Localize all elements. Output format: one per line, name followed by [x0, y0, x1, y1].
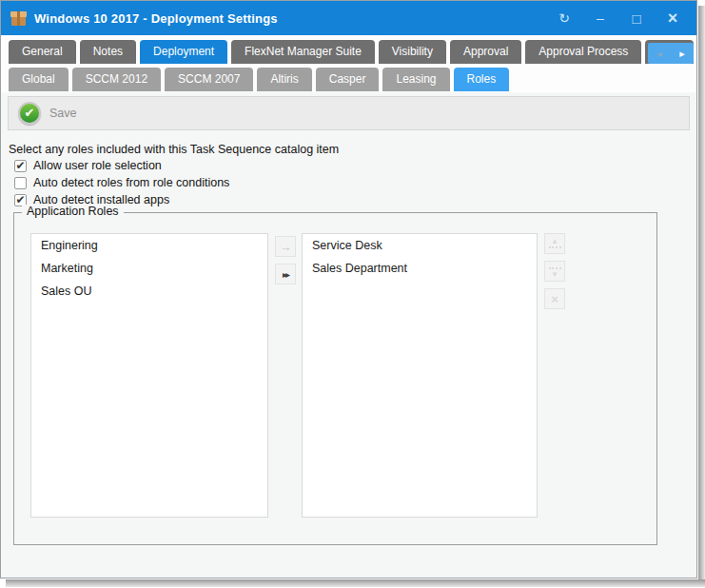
- window-shadow-right: [698, 6, 705, 584]
- list-item[interactable]: Enginering: [31, 234, 267, 257]
- remove-button[interactable]: ×: [544, 288, 565, 309]
- minimize-button[interactable]: –: [586, 6, 615, 30]
- list-item[interactable]: Marketing: [31, 257, 267, 280]
- groupbox-title: Application Roles: [22, 205, 124, 218]
- tab-approval[interactable]: Approval: [450, 40, 521, 64]
- tab-global[interactable]: Global: [9, 68, 69, 91]
- tab-scroll-left-icon[interactable]: ◂: [648, 43, 671, 64]
- maximize-button[interactable]: □: [622, 6, 651, 30]
- primary-tab-row: General Notes Deployment FlexNet Manager…: [9, 40, 694, 64]
- tab-approval-process[interactable]: Approval Process: [525, 40, 641, 64]
- selected-roles-list[interactable]: Service Desk Sales Department: [302, 233, 538, 518]
- dotted-line: [549, 246, 561, 248]
- save-button-label: Save: [49, 107, 77, 120]
- move-all-right-button[interactable]: ▸▸: [275, 264, 296, 284]
- checkbox-auto-detect-roles[interactable]: Auto detect roles from role conditions: [14, 176, 229, 189]
- move-right-button[interactable]: →: [275, 236, 296, 257]
- refresh-icon[interactable]: ↻: [550, 6, 578, 30]
- tab-sccm-2012[interactable]: SCCM 2012: [72, 68, 161, 91]
- tab-visibility[interactable]: Visibility: [379, 40, 446, 64]
- list-item[interactable]: Sales Department: [303, 257, 537, 280]
- tab-roles[interactable]: Roles: [454, 68, 510, 91]
- titlebar: Windows 10 2017 - Deployment Settings ↻ …: [1, 1, 696, 35]
- tab-notes[interactable]: Notes: [80, 40, 136, 64]
- checkbox-icon[interactable]: [14, 177, 27, 189]
- application-roles-groupbox: Application Roles Enginering Marketing S…: [13, 212, 657, 545]
- roles-tab-content: ✔ Save Select any roles included with th…: [1, 92, 696, 578]
- checkbox-icon[interactable]: ✔: [14, 160, 27, 172]
- arrow-up-icon: ▴: [553, 238, 558, 245]
- window-title: Windows 10 2017 - Deployment Settings: [34, 11, 278, 26]
- checkbox-label: Allow user role selection: [33, 159, 162, 172]
- close-button[interactable]: ×: [658, 6, 687, 30]
- roles-intro-label: Select any roles included with this Task…: [9, 143, 339, 156]
- list-item[interactable]: Service Desk: [303, 234, 537, 257]
- secondary-tab-row: Global SCCM 2012 SCCM 2007 Altiris Caspe…: [9, 68, 694, 91]
- arrow-down-icon: ▾: [553, 271, 558, 278]
- list-item[interactable]: Sales OU: [31, 280, 267, 303]
- tab-flexnet-manager-suite[interactable]: FlexNet Manager Suite: [231, 40, 375, 64]
- package-icon: [10, 11, 27, 26]
- tab-scroll-right-icon[interactable]: ▸: [671, 43, 694, 64]
- tab-altiris[interactable]: Altiris: [257, 68, 311, 91]
- titlebar-controls: ↻ – □ ×: [550, 6, 687, 30]
- available-roles-list[interactable]: Enginering Marketing Sales OU: [30, 233, 268, 518]
- delete-x-icon: ×: [551, 292, 558, 306]
- tab-casper[interactable]: Casper: [316, 68, 380, 91]
- save-check-icon: ✔: [18, 102, 41, 125]
- move-down-button[interactable]: ▾: [544, 261, 565, 282]
- deployment-settings-window: Windows 10 2017 - Deployment Settings ↻ …: [0, 0, 697, 578]
- tab-leasing[interactable]: Leasing: [382, 68, 449, 91]
- tab-strips: General Notes Deployment FlexNet Manager…: [1, 35, 696, 92]
- tab-general[interactable]: General: [9, 40, 76, 64]
- checkbox-allow-user-role-selection[interactable]: ✔ Allow user role selection: [14, 159, 162, 172]
- save-button[interactable]: ✔ Save: [18, 102, 77, 125]
- double-arrow-right-icon: ▸▸: [283, 269, 288, 280]
- window-shadow-bottom: [6, 579, 705, 587]
- toolbar: ✔ Save: [8, 96, 690, 130]
- tab-deployment[interactable]: Deployment: [140, 40, 227, 64]
- checkbox-label: Auto detect roles from role conditions: [33, 176, 229, 189]
- tab-scroll-control: ◂ ▸: [648, 43, 694, 64]
- tab-sccm-2007[interactable]: SCCM 2007: [165, 68, 253, 91]
- arrow-right-icon: →: [280, 240, 292, 254]
- move-up-button[interactable]: ▴: [544, 233, 565, 254]
